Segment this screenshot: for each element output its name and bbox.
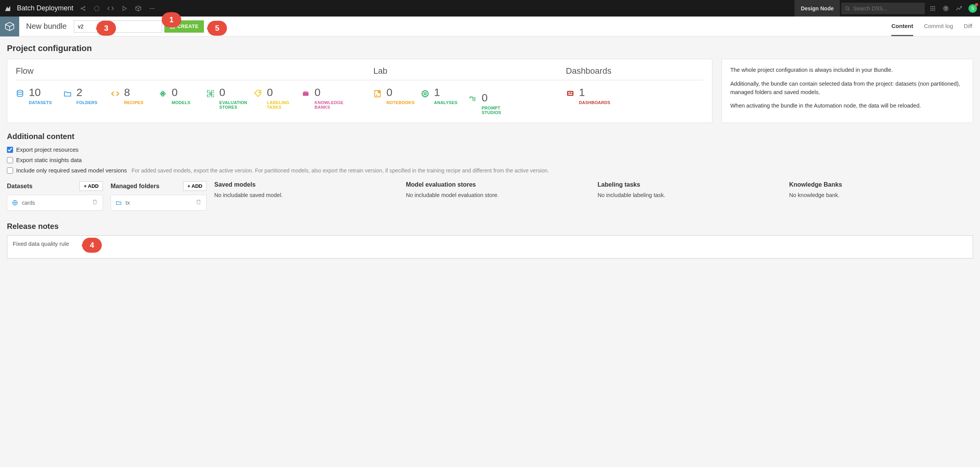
search-icon <box>845 6 850 11</box>
package-icon[interactable] <box>135 5 142 12</box>
right-icon-group: ? S <box>929 4 977 13</box>
notebooks-icon <box>373 89 382 98</box>
config-col-lab: Lab 0NOTEBOOKS 1ANALYSES 0PROMPT STUD <box>373 66 566 115</box>
svg-point-6 <box>153 8 154 9</box>
callout-1: 1 <box>162 12 181 27</box>
activity-icon[interactable] <box>955 5 962 12</box>
svg-point-4 <box>150 8 151 9</box>
models-icon <box>159 89 167 98</box>
svg-rect-33 <box>568 94 572 95</box>
bundle-icon[interactable] <box>0 17 19 36</box>
stat-analyses: 1ANALYSES <box>421 87 468 115</box>
dataset-item-icon <box>12 200 18 206</box>
svg-point-5 <box>152 8 153 9</box>
bundle-name-input[interactable] <box>74 20 162 33</box>
info-panel: The whole project configuration is alway… <box>722 59 973 123</box>
knowledge-icon <box>301 89 310 98</box>
project-title[interactable]: Batch Deployment <box>17 4 73 12</box>
play-icon[interactable] <box>121 5 128 12</box>
info-p3: When activating the bundle in the Automa… <box>730 102 964 110</box>
svg-rect-11 <box>930 8 932 9</box>
dashboards-icon <box>566 89 574 98</box>
help-icon[interactable]: ? <box>942 5 949 12</box>
add-dataset-button[interactable]: + ADD <box>79 181 103 191</box>
svg-rect-15 <box>932 10 934 11</box>
release-notes-title: Release notes <box>7 222 973 231</box>
callout-3: 3 <box>96 21 116 36</box>
saved-col-title: Saved models <box>214 181 256 188</box>
nav-icon-group <box>79 5 156 12</box>
app-logo-icon[interactable] <box>3 4 12 13</box>
datasets-col-title: Datasets <box>7 183 33 190</box>
folder-item: tx <box>111 195 207 210</box>
add-col-folders: Managed folders + ADD tx <box>111 181 207 210</box>
project-config-title: Project configuration <box>7 43 973 53</box>
callout-4: 4 <box>82 238 102 253</box>
checkbox-export-static[interactable] <box>7 157 13 163</box>
code-icon[interactable] <box>107 5 114 12</box>
svg-rect-8 <box>930 6 932 7</box>
check-export-resources[interactable]: Export project resources <box>7 146 973 153</box>
folders-icon <box>63 89 72 98</box>
svg-rect-9 <box>932 6 934 7</box>
svg-rect-31 <box>568 92 570 93</box>
folder-item-icon <box>116 200 122 206</box>
add-folder-button[interactable]: + ADD <box>183 181 207 191</box>
svg-point-20 <box>161 93 162 94</box>
more-icon[interactable] <box>149 5 156 12</box>
svg-point-7 <box>846 7 849 9</box>
add-col-saved-models: Saved models No includable saved model. <box>214 181 398 210</box>
search-input[interactable] <box>853 5 921 12</box>
eval-stores-icon <box>206 89 215 98</box>
svg-point-19 <box>17 90 23 93</box>
stat-eval-stores: 0EVALUATION STORES <box>206 87 254 109</box>
folder-item-name: tx <box>126 200 130 206</box>
svg-rect-14 <box>930 10 932 11</box>
svg-rect-30 <box>567 91 573 96</box>
svg-rect-13 <box>934 8 935 9</box>
stat-datasets: 10DATASETS <box>16 87 63 109</box>
svg-rect-26 <box>304 91 308 93</box>
recipes-icon <box>111 89 119 98</box>
knowledge-empty: No knowledge bank. <box>789 192 973 198</box>
add-col-datasets: Datasets + ADD cards <box>7 181 103 210</box>
circle-icon[interactable] <box>93 5 100 12</box>
apps-icon[interactable] <box>929 5 936 12</box>
check-export-static[interactable]: Export static insights data <box>7 157 973 163</box>
stat-folders: 2FOLDERS <box>63 87 111 109</box>
trash-icon[interactable] <box>195 199 202 206</box>
dataset-item: cards <box>7 195 103 210</box>
check-include-models[interactable]: Include only required saved model versio… <box>7 167 973 174</box>
config-col-flow: Flow 10DATASETS 2FOLDERS 8RECIPES <box>16 66 373 115</box>
datasets-icon <box>16 89 24 98</box>
svg-rect-32 <box>570 92 572 93</box>
stat-notebooks: 0NOTEBOOKS <box>373 87 421 115</box>
design-node-badge[interactable]: Design Node <box>795 0 840 17</box>
add-col-knowledge: Knowledge Banks No knowledge bank. <box>789 181 973 210</box>
stat-labeling: 0LABELING TASKS <box>254 87 301 109</box>
tab-content[interactable]: Content <box>891 17 913 36</box>
svg-point-29 <box>424 93 426 95</box>
svg-point-2 <box>84 9 85 10</box>
dataset-item-name: cards <box>22 200 35 206</box>
checkbox-include-models[interactable] <box>7 167 13 174</box>
svg-point-1 <box>84 6 85 7</box>
config-col-dashboards: Dashboards 1DASHBOARDS <box>566 66 704 115</box>
checkbox-export-resources[interactable] <box>7 147 13 153</box>
folders-col-title: Managed folders <box>111 183 159 190</box>
release-notes-input[interactable] <box>7 235 973 258</box>
stat-models: 0MODELS <box>159 87 206 109</box>
share-icon[interactable] <box>79 5 86 12</box>
bundle-bar: New bundle CREATE Content Commit log Dif… <box>0 17 980 36</box>
bundle-title: New bundle <box>26 22 67 31</box>
global-search[interactable] <box>841 3 925 14</box>
tab-commit-log[interactable]: Commit log <box>924 17 953 36</box>
trash-icon[interactable] <box>92 199 98 206</box>
main-content: Project configuration Flow 10DATASETS 2F… <box>0 36 980 267</box>
eval-col-title: Model evaluation stores <box>406 181 476 188</box>
tab-diff[interactable]: Diff <box>964 17 972 36</box>
user-avatar[interactable]: S <box>968 4 977 13</box>
svg-rect-12 <box>932 8 934 9</box>
svg-point-24 <box>259 92 260 93</box>
flow-heading: Flow <box>16 66 373 80</box>
